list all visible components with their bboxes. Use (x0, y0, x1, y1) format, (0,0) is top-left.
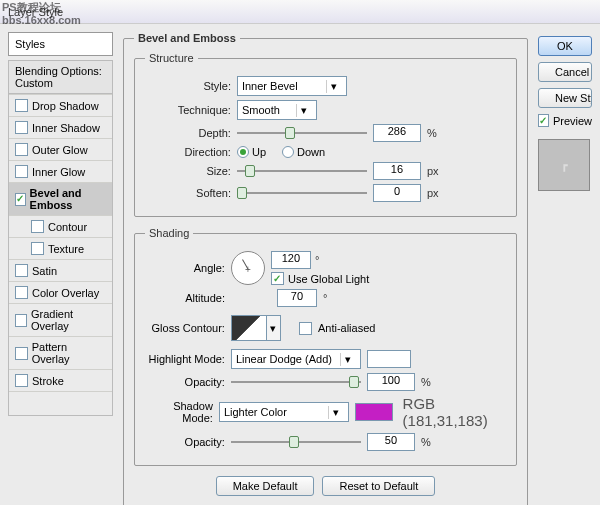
angle-dial[interactable] (231, 251, 265, 285)
fx-checkbox[interactable] (15, 286, 28, 299)
size-label: Size: (145, 165, 231, 177)
fx-label: Gradient Overlay (31, 308, 106, 332)
structure-group: Structure Style: Inner Bevel▾ Technique:… (134, 52, 517, 217)
fx-item-bevel-and-emboss[interactable]: Bevel and Emboss (9, 182, 112, 215)
highlight-mode-dropdown[interactable]: Linear Dodge (Add)▾ (231, 349, 361, 369)
fx-label: Drop Shadow (32, 100, 99, 112)
angle-label: Angle: (145, 262, 225, 274)
fx-checkbox[interactable] (15, 165, 28, 178)
fx-label: Contour (48, 221, 87, 233)
direction-label: Direction: (145, 146, 231, 158)
chevron-down-icon[interactable]: ▾ (267, 315, 281, 341)
preview-thumbnail: ┏ (538, 139, 590, 191)
size-slider[interactable] (237, 164, 367, 178)
style-label: Style: (145, 80, 231, 92)
global-light-label: Use Global Light (288, 273, 369, 285)
fx-label: Outer Glow (32, 144, 88, 156)
highlight-color-swatch[interactable] (367, 350, 411, 368)
gloss-contour-picker[interactable] (231, 315, 267, 341)
shading-group: Shading Angle: 120 ° Use Global Light (134, 227, 517, 466)
direction-down-radio[interactable]: Down (282, 146, 325, 158)
size-input[interactable]: 16 (373, 162, 421, 180)
highlight-mode-label: Highlight Mode: (145, 353, 225, 365)
fx-label: Stroke (32, 375, 64, 387)
shadow-opacity-input[interactable]: 50 (367, 433, 415, 451)
altitude-label: Altitude: (145, 292, 225, 304)
fx-checkbox[interactable] (15, 193, 26, 206)
preview-toggle[interactable]: Preview (538, 114, 592, 127)
shadow-opacity-label: Opacity: (145, 436, 225, 448)
fx-item-stroke[interactable]: Stroke (9, 369, 112, 391)
dialog-actions: OK Cancel New Style Preview ┏ (538, 32, 592, 505)
shadow-color-swatch[interactable] (355, 403, 393, 421)
new-style-button[interactable]: New Style (538, 88, 592, 108)
fx-checkbox[interactable] (15, 121, 28, 134)
preview-checkbox[interactable] (538, 114, 549, 127)
fx-item-gradient-overlay[interactable]: Gradient Overlay (9, 303, 112, 336)
fx-item-pattern-overlay[interactable]: Pattern Overlay (9, 336, 112, 369)
bevel-emboss-group: Bevel and Emboss Structure Style: Inner … (123, 32, 528, 505)
technique-dropdown[interactable]: Smooth▾ (237, 100, 317, 120)
fx-item-color-overlay[interactable]: Color Overlay (9, 281, 112, 303)
radio-on-icon (237, 146, 249, 158)
fx-item-contour[interactable]: Contour (9, 215, 112, 237)
highlight-opacity-input[interactable]: 100 (367, 373, 415, 391)
chevron-down-icon: ▾ (326, 80, 342, 93)
make-default-button[interactable]: Make Default (216, 476, 315, 496)
highlight-opacity-slider[interactable] (231, 375, 361, 389)
depth-input[interactable]: 286 (373, 124, 421, 142)
antialias-checkbox[interactable] (299, 322, 312, 335)
cancel-button[interactable]: Cancel (538, 62, 592, 82)
watermark: PS教程论坛bbs.16xx8.com (0, 0, 83, 28)
fx-label: Inner Shadow (32, 122, 100, 134)
shadow-mode-dropdown[interactable]: Lighter Color▾ (219, 402, 349, 422)
fx-item-inner-glow[interactable]: Inner Glow (9, 160, 112, 182)
fx-checkbox[interactable] (15, 347, 28, 360)
reset-default-button[interactable]: Reset to Default (322, 476, 435, 496)
fx-label: Bevel and Emboss (30, 187, 106, 211)
fx-checkbox[interactable] (15, 143, 28, 156)
fx-checkbox[interactable] (31, 242, 44, 255)
fx-checkbox[interactable] (15, 264, 28, 277)
fx-checkbox[interactable] (15, 99, 28, 112)
fx-item-texture[interactable]: Texture (9, 237, 112, 259)
fx-item-satin[interactable]: Satin (9, 259, 112, 281)
fx-checkbox[interactable] (15, 314, 27, 327)
shadow-opacity-slider[interactable] (231, 435, 361, 449)
chevron-down-icon: ▾ (340, 353, 356, 366)
rgb-annotation: RGB (181,31,183) (403, 395, 506, 429)
soften-input[interactable]: 0 (373, 184, 421, 202)
shading-legend: Shading (145, 227, 193, 239)
fx-label: Texture (48, 243, 84, 255)
depth-slider[interactable] (237, 126, 367, 140)
radio-off-icon (282, 146, 294, 158)
fx-checkbox[interactable] (31, 220, 44, 233)
chevron-down-icon: ▾ (328, 406, 344, 419)
soften-slider[interactable] (237, 186, 367, 200)
titlebar[interactable]: Layer Style (0, 0, 600, 24)
fx-label: Pattern Overlay (32, 341, 106, 365)
altitude-input[interactable]: 70 (277, 289, 317, 307)
gloss-label: Gloss Contour: (145, 322, 225, 334)
styles-header[interactable]: Styles (8, 32, 113, 56)
structure-legend: Structure (145, 52, 198, 64)
global-light-checkbox[interactable] (271, 272, 284, 285)
fx-label: Color Overlay (32, 287, 99, 299)
preview-label: Preview (553, 115, 592, 127)
ok-button[interactable]: OK (538, 36, 592, 56)
fx-item-outer-glow[interactable]: Outer Glow (9, 138, 112, 160)
shadow-mode-label: Shadow Mode: (145, 400, 213, 424)
fx-checkbox[interactable] (15, 374, 28, 387)
depth-label: Depth: (145, 127, 231, 139)
angle-input[interactable]: 120 (271, 251, 311, 269)
effects-list: Drop ShadowInner ShadowOuter GlowInner G… (8, 94, 113, 416)
antialias-label: Anti-aliased (318, 322, 375, 334)
chevron-down-icon: ▾ (296, 104, 312, 117)
fx-item-inner-shadow[interactable]: Inner Shadow (9, 116, 112, 138)
technique-label: Technique: (145, 104, 231, 116)
fx-item-drop-shadow[interactable]: Drop Shadow (9, 94, 112, 116)
blending-options[interactable]: Blending Options: Custom (8, 60, 113, 94)
bevel-title: Bevel and Emboss (134, 32, 240, 44)
direction-up-radio[interactable]: Up (237, 146, 266, 158)
style-dropdown[interactable]: Inner Bevel▾ (237, 76, 347, 96)
